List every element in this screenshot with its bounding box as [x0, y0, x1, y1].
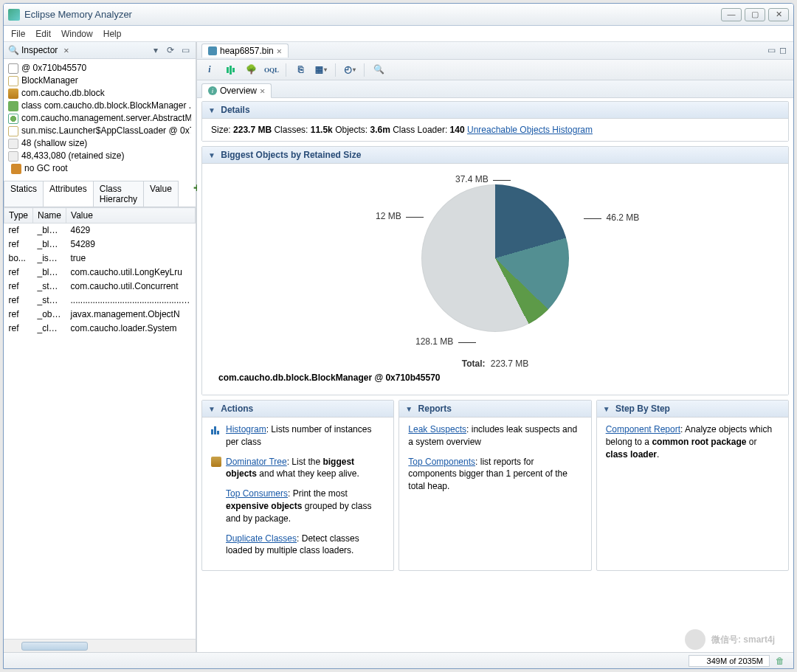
inspector-tab-label[interactable]: Inspector — [21, 45, 58, 55]
table-row[interactable]: ref_blockRe...4629 — [4, 224, 196, 238]
scrollbar-thumb[interactable] — [21, 642, 88, 651]
tree-label: com.caucho.management.server.AbstractM..… — [21, 112, 191, 125]
col-name[interactable]: Name — [33, 208, 66, 224]
component-report-link[interactable]: Component Report — [606, 424, 680, 434]
tree-row[interactable]: BlockManager — [8, 75, 191, 87]
tree-row[interactable]: 48 (shallow size) — [8, 137, 191, 150]
action-link[interactable]: Histogram — [226, 424, 266, 434]
collapse-icon: ▼ — [603, 405, 610, 413]
collapse-icon: ▼ — [405, 405, 413, 413]
search-button[interactable]: 🔍 — [372, 63, 385, 77]
query-button[interactable]: ◴▾ — [343, 63, 356, 77]
col-value[interactable]: Value — [66, 208, 196, 224]
editor-subtabs: i Overview ✕ — [197, 80, 793, 98]
tree-label: com.caucho.db.block — [21, 87, 105, 100]
maximize-button[interactable]: ▢ — [745, 8, 765, 21]
workspace: 🔍 Inspector ✕ ▾ ⟳ ▭ @ 0x710b45570BlockMa… — [4, 42, 793, 652]
menubar: File Edit Window Help — [4, 26, 793, 42]
tab-attributes[interactable]: Attributes — [43, 181, 94, 207]
collapse-icon: ▼ — [208, 106, 215, 114]
gc-icon[interactable]: 🗑 — [776, 656, 786, 666]
actions-title: Actions — [221, 403, 253, 414]
oql-button[interactable]: OQL — [265, 63, 278, 77]
report-link[interactable]: Leak Suspects — [408, 424, 466, 434]
action-link[interactable]: Dominator Tree — [226, 457, 287, 467]
tab-value[interactable]: Value — [143, 181, 179, 207]
attributes-table[interactable]: Type Name Value ref_blockRe...4629ref_bl… — [4, 207, 196, 336]
editor-tabbar: heap6857.bin ✕ ▭ ◻ — [197, 42, 793, 60]
close-button[interactable]: ✕ — [768, 8, 789, 21]
app-window: Eclipse Memory Analyzer — ▢ ✕ File Edit … — [3, 3, 794, 669]
reports-header[interactable]: ▼ Reports — [399, 401, 590, 418]
info-button[interactable]: i — [203, 63, 216, 77]
report-item: Leak Suspects: includes leak suspects an… — [408, 423, 582, 448]
tree-row[interactable]: com.caucho.management.server.AbstractM..… — [8, 112, 191, 125]
tree-icon — [8, 89, 18, 99]
run-report-button[interactable]: ▦▾ — [314, 63, 328, 77]
actions-header[interactable]: ▼ Actions — [202, 401, 393, 418]
tree-row[interactable]: no GC root — [8, 162, 191, 175]
table-row[interactable]: ref_classLoa...com.caucho.loader.System — [4, 322, 196, 336]
file-tab[interactable]: heap6857.bin ✕ — [201, 44, 289, 58]
menu-edit[interactable]: Edit — [35, 29, 51, 39]
menu-window[interactable]: Window — [61, 29, 93, 39]
sync-icon[interactable]: ⟳ — [165, 44, 176, 56]
table-row[interactable]: ref_storeMa.............................… — [4, 294, 196, 308]
tree-row[interactable]: com.caucho.db.block — [8, 87, 191, 100]
tree-label: @ 0x710b45570 — [21, 62, 86, 75]
unreachable-link[interactable]: Unreachable Objects Histogram — [467, 125, 593, 135]
minimize-view-icon[interactable]: ▭ — [179, 44, 191, 56]
col-type[interactable]: Type — [4, 208, 33, 224]
histogram-button[interactable] — [224, 63, 237, 77]
heap-size: 223.7 MB — [233, 125, 272, 135]
tree-row[interactable]: sun.misc.Launcher$AppClassLoader @ 0x71.… — [8, 125, 191, 137]
report-item: Top Components: list reports for compone… — [408, 456, 582, 493]
biggest-header[interactable]: ▼ Biggest Objects by Retained Size — [202, 147, 788, 164]
details-header[interactable]: ▼ Details — [202, 102, 788, 119]
report-link[interactable]: Top Components — [408, 457, 475, 467]
menu-help[interactable]: Help — [103, 29, 122, 39]
tree-row[interactable]: 48,433,080 (retained size) — [8, 150, 191, 162]
table-row[interactable]: bo..._isEnable...true — [4, 252, 196, 266]
dominator-button[interactable]: 🌳 — [244, 63, 258, 77]
file-tab-close-icon[interactable]: ✕ — [277, 46, 282, 56]
table-row[interactable]: ref_blockWri...54289 — [4, 238, 196, 252]
tree-row[interactable]: class com.caucho.db.block.BlockManager .… — [8, 100, 191, 112]
window-buttons: — ▢ ✕ — [721, 8, 789, 21]
info-icon: i — [208, 86, 217, 95]
step-body: Component Report: Analyze objects which … — [597, 418, 788, 466]
class-count: 11.5k — [311, 125, 333, 135]
tree-icon — [8, 139, 18, 149]
action-item: Duplicate Classes: Detect classes loaded… — [211, 533, 384, 558]
pie-label-0: 46.2 MB — [584, 212, 639, 223]
threads-button[interactable]: ⎘ — [294, 63, 307, 77]
editor-minimize-icon[interactable]: ▭ — [765, 45, 777, 57]
inspector-tabbar: 🔍 Inspector ✕ ▾ ⟳ ▭ — [4, 42, 196, 59]
overview-tab[interactable]: i Overview ✕ — [201, 83, 272, 98]
inspector-close-icon[interactable]: ✕ — [63, 45, 69, 55]
overview-content: ▼ Details Size: 223.7 MB Classes: 11.5k … — [197, 98, 793, 652]
tab-classhierarchy[interactable]: Class Hierarchy — [93, 181, 144, 207]
memory-status[interactable]: 349M of 2035M — [689, 655, 770, 667]
step-header[interactable]: ▼ Step By Step — [597, 401, 788, 418]
action-link[interactable]: Duplicate Classes — [226, 533, 297, 544]
table-row[interactable]: ref_storeListcom.caucho.util.Concurrent — [4, 280, 196, 294]
pie-label-1: 37.4 MB — [455, 174, 511, 184]
view-menu-icon[interactable]: ▾ — [150, 44, 162, 56]
action-icon — [211, 457, 221, 467]
editor-maximize-icon[interactable]: ◻ — [777, 45, 789, 57]
inspector-hscrollbar[interactable] — [4, 639, 196, 652]
titlebar[interactable]: Eclipse Memory Analyzer — ▢ ✕ — [4, 4, 793, 26]
pie-chart[interactable]: 46.2 MB 37.4 MB 12 MB 128.1 MB — [340, 177, 650, 354]
action-link[interactable]: Top Consumers — [226, 488, 288, 499]
table-row[interactable]: ref_objectN...javax.management.ObjectN — [4, 308, 196, 322]
tree-row[interactable]: @ 0x710b45570 — [8, 62, 191, 75]
tab-statics[interactable]: Statics — [4, 181, 44, 207]
inspector-tree[interactable]: @ 0x710b45570BlockManagercom.caucho.db.b… — [4, 59, 196, 178]
menu-file[interactable]: File — [11, 29, 25, 39]
step-section: ▼ Step By Step Component Report: Analyze… — [596, 400, 789, 571]
minimize-button[interactable]: — — [721, 8, 742, 21]
pie-label-3: 128.1 MB — [415, 336, 476, 347]
overview-close-icon[interactable]: ✕ — [260, 86, 265, 96]
table-row[interactable]: ref_blockCa...com.caucho.util.LongKeyLru — [4, 266, 196, 280]
